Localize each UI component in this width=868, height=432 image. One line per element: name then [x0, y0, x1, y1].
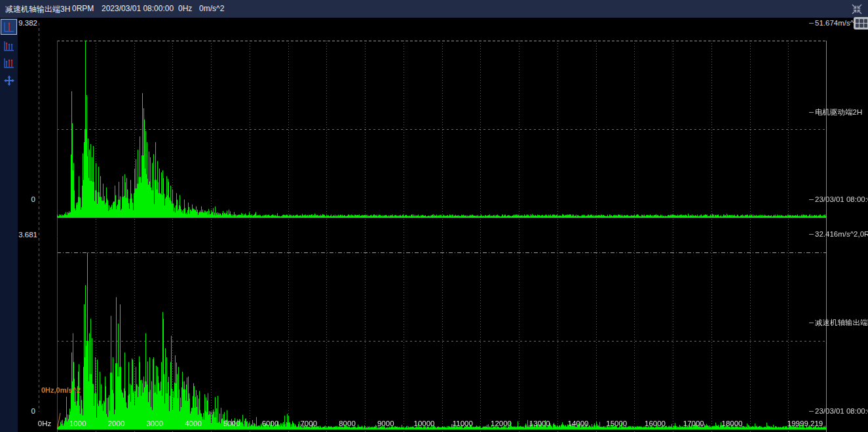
cursor-value-label: 0Hz,0m/s^2	[41, 386, 81, 394]
spectrum-plot-canvas[interactable]	[57, 41, 827, 432]
spectrum-analyzer-window: 减速机轴输出端3H 0RPM 2023/03/01 08:00:00 0Hz 0…	[0, 0, 868, 432]
x-tick-label: 5000	[223, 420, 240, 427]
selected-channel-label: 减速机轴输出端3H	[5, 4, 70, 15]
tick-dash	[809, 199, 814, 200]
chart2-ymin-label: 0	[9, 407, 35, 415]
tick-dash	[809, 23, 814, 24]
cursor-frequency-readout: 0Hz	[178, 4, 192, 13]
x-tick-label: 18000	[722, 420, 743, 427]
plot-panel	[18, 18, 868, 432]
sideband-cursor-chart-icon	[3, 57, 15, 69]
x-tick-label: 16000	[645, 420, 666, 427]
x-axis-labels: 0Hz1000200030004000500060007000800090001…	[0, 420, 868, 429]
chart2-timestamp-label: 23/03/01 08:00:00	[809, 407, 868, 415]
x-tick-label: 15000	[606, 420, 627, 427]
rpm-readout: 0RPM	[72, 4, 94, 13]
x-tick-label: 8000	[339, 420, 356, 427]
tick-dash	[809, 411, 814, 412]
pan-move-icon	[3, 75, 15, 87]
datetime-readout: 2023/03/01 08:00:00	[102, 4, 174, 13]
x-tick-label: 1000	[69, 420, 86, 427]
chart1-timestamp-label: 23/03/01 08:00:00	[809, 195, 868, 203]
x-tick-label: 0Hz	[38, 420, 51, 427]
collapse-icon[interactable]	[850, 2, 864, 16]
x-tick-label: 14000	[568, 420, 589, 427]
numeric-keypad-icon[interactable]	[854, 17, 868, 29]
x-tick-label: 7000	[300, 420, 317, 427]
x-tick-label: 3000	[146, 420, 163, 427]
x-tick-label: 17000	[683, 420, 704, 427]
x-tick-label: 9000	[377, 420, 394, 427]
header-bar: 减速机轴输出端3H 0RPM 2023/03/01 08:00:00 0Hz 0…	[0, 0, 868, 18]
pan-move-tool-button[interactable]	[1, 73, 17, 88]
chart1-channel-label: 电机驱动端2H	[809, 108, 862, 117]
tick-dash	[809, 112, 814, 113]
x-tick-label: 11000	[453, 420, 473, 427]
x-tick-label: 10000	[414, 420, 435, 427]
chart1-ymin-label: 0	[9, 195, 35, 203]
chart1-ymax-label: 9.382	[11, 19, 37, 27]
toolbar-sidebar	[0, 18, 18, 432]
tick-dash	[809, 234, 814, 235]
x-tick-label: 4000	[185, 420, 202, 427]
cursor-amplitude-readout: 0m/s^2	[199, 4, 224, 13]
x-tick-label: 13000	[529, 420, 550, 427]
x-axis-end-label: 19999.219	[787, 420, 823, 427]
chart2-ymax-label: 3.681	[11, 231, 37, 239]
harmonic-cursor-tool-button[interactable]	[1, 38, 17, 54]
chart2-fullscale-label: 32.416m/s^2,0RPM	[809, 230, 868, 238]
x-tick-label: 2000	[108, 420, 125, 427]
x-tick-label: 12000	[491, 420, 512, 427]
sideband-cursor-tool-button[interactable]	[1, 55, 17, 71]
tick-dash	[809, 323, 814, 323]
x-tick-label: 6000	[262, 420, 279, 427]
chart2-channel-label: 减速机轴输出端3H	[809, 318, 868, 328]
harmonic-cursor-chart-icon	[3, 40, 15, 52]
